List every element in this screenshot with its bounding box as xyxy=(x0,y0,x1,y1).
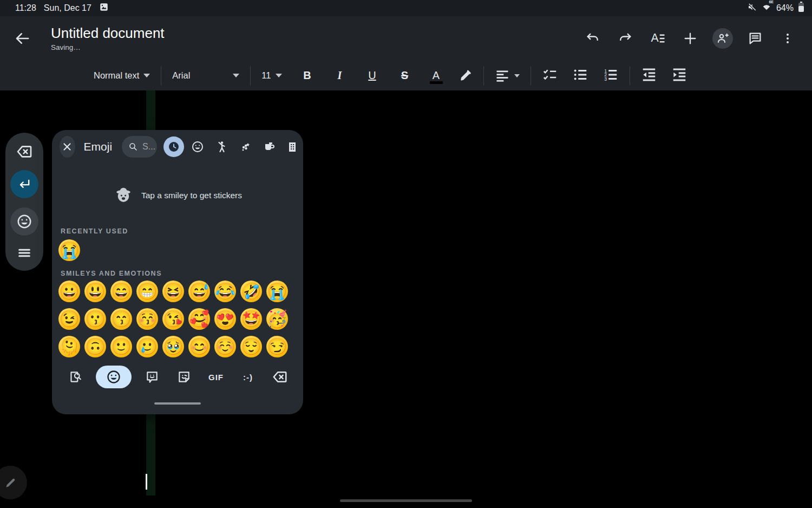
checklist-button[interactable] xyxy=(542,67,558,85)
emoji-search-tab[interactable] xyxy=(64,366,87,388)
numbered-list-button[interactable]: 123 xyxy=(603,67,619,85)
svg-text:A: A xyxy=(651,31,659,44)
indent-button[interactable] xyxy=(671,67,687,85)
format-text-button[interactable]: A xyxy=(647,28,668,49)
font-selector[interactable]: Arial xyxy=(172,70,239,81)
emoji-item[interactable]: 😌 xyxy=(240,336,262,357)
bulleted-list-button[interactable] xyxy=(572,67,588,85)
emoji-item[interactable]: 😂 xyxy=(214,281,236,302)
emoji-item[interactable]: 🥲 xyxy=(136,336,158,357)
emoji-item[interactable]: 😉 xyxy=(58,308,80,330)
emoji-item[interactable]: 😅 xyxy=(188,281,210,302)
toolbar-divider xyxy=(161,66,161,86)
category-people[interactable] xyxy=(211,136,232,157)
emoji-item[interactable]: 🙃 xyxy=(84,336,106,357)
emoji-item[interactable]: 🫠 xyxy=(58,336,80,357)
clock-icon xyxy=(167,140,180,153)
emoji-item[interactable]: 🤣 xyxy=(240,281,262,302)
close-button[interactable] xyxy=(60,136,75,158)
bold-button[interactable]: B xyxy=(298,69,317,82)
emoji-item[interactable]: 😄 xyxy=(110,281,132,302)
emoji-item[interactable]: 🤩 xyxy=(240,308,262,330)
save-status: Saving… xyxy=(51,43,165,51)
emoji-item[interactable]: 😏 xyxy=(266,336,288,357)
building-icon xyxy=(286,140,299,153)
share-add-people-button[interactable] xyxy=(712,28,733,49)
paragraph-style-value: Normal text xyxy=(94,70,139,81)
stickers-tab[interactable] xyxy=(141,366,163,388)
category-places[interactable] xyxy=(283,136,303,157)
paragraph-style-selector[interactable]: Normal text xyxy=(94,70,150,81)
keyboard-bottom-bar: GIF :-) xyxy=(52,362,303,414)
font-size-selector[interactable]: 11 xyxy=(261,70,281,81)
recent-emoji-row: 😭 xyxy=(58,239,303,261)
emoji-item[interactable]: 😆 xyxy=(162,281,184,302)
gif-tab[interactable]: GIF xyxy=(205,366,227,388)
italic-button[interactable]: I xyxy=(331,69,349,82)
status-time: 11:28 xyxy=(15,3,36,13)
battery-icon xyxy=(798,2,804,15)
emoji-item[interactable]: ☺️ xyxy=(214,336,236,357)
emoji-item[interactable]: 🥳 xyxy=(266,308,288,330)
enter-button[interactable] xyxy=(10,170,38,198)
emoji-item[interactable]: 🙂 xyxy=(110,336,132,357)
emoji-panel-header: Emoji S... xyxy=(52,130,303,164)
sticker-hint-row[interactable]: Tap a smiley to get stickers xyxy=(52,185,303,206)
strikethrough-button[interactable]: S xyxy=(396,69,414,82)
emoji-item[interactable]: 😙 xyxy=(110,308,132,330)
underline-button[interactable]: U xyxy=(363,69,382,82)
comments-button[interactable] xyxy=(745,28,765,49)
edit-pencil-fab[interactable] xyxy=(0,466,27,499)
emoji-item[interactable]: 😀 xyxy=(58,281,80,302)
align-button[interactable] xyxy=(495,68,520,83)
sound-muted-icon xyxy=(747,2,757,14)
emoji-item[interactable]: 😁 xyxy=(136,281,158,302)
font-value: Arial xyxy=(172,70,190,81)
emoji-search-input[interactable]: S... xyxy=(122,136,157,158)
outdent-button[interactable] xyxy=(641,67,657,85)
emoji-item[interactable]: 😘 xyxy=(162,308,184,330)
category-food[interactable] xyxy=(259,136,279,157)
wifi-band-label: 6E xyxy=(769,0,774,4)
category-recents[interactable] xyxy=(163,136,184,157)
backspace-key[interactable] xyxy=(269,366,291,388)
app-chrome: 11:28 Sun, Dec 17 6E 64% Untitled docu xyxy=(0,0,812,90)
emoji-item[interactable]: 😍 xyxy=(214,308,236,330)
emoji-item[interactable]: 😭 xyxy=(58,239,80,261)
font-size-value: 11 xyxy=(261,70,271,81)
emoji-item[interactable]: 🥰 xyxy=(188,308,210,330)
redo-button[interactable] xyxy=(615,28,636,49)
toolbar-divider xyxy=(483,66,484,86)
emoji-item[interactable]: 😗 xyxy=(84,308,106,330)
emoji-kitchen-tab[interactable] xyxy=(173,366,195,388)
backspace-button[interactable] xyxy=(16,143,33,160)
person-waving-icon xyxy=(215,140,228,153)
system-navigation-handle[interactable] xyxy=(340,499,472,502)
back-button[interactable] xyxy=(12,28,32,49)
chevron-down-icon xyxy=(233,74,239,77)
keyboard-drag-handle[interactable] xyxy=(154,402,201,405)
emoji-item[interactable]: 🥹 xyxy=(162,336,184,357)
battery-percent: 64% xyxy=(776,3,794,13)
screenshot-notification-icon xyxy=(99,2,109,14)
search-icon xyxy=(128,142,138,152)
category-smileys[interactable] xyxy=(187,136,208,157)
insert-button[interactable] xyxy=(680,28,700,49)
sticker-hint-icon xyxy=(113,185,134,206)
emoji-item[interactable]: 😃 xyxy=(84,281,106,302)
document-title[interactable]: Untitled document xyxy=(51,25,165,41)
emoji-item[interactable]: 😊 xyxy=(188,336,210,357)
emoji-item[interactable]: 😚 xyxy=(136,308,158,330)
emoji-item[interactable]: 😭 xyxy=(266,281,288,302)
text-color-button[interactable]: A xyxy=(427,69,446,82)
emoji-keyboard-button[interactable] xyxy=(10,207,38,236)
app-bar: Untitled document Saving… A xyxy=(0,16,812,61)
chevron-down-icon xyxy=(276,74,282,77)
undo-button[interactable] xyxy=(582,28,603,49)
overflow-menu-button[interactable] xyxy=(777,28,798,49)
menu-button[interactable] xyxy=(17,245,32,260)
highlight-color-button[interactable] xyxy=(459,69,473,83)
category-nature[interactable] xyxy=(235,136,256,157)
emoji-tab[interactable] xyxy=(96,366,132,388)
kaomoji-tab[interactable]: :-) xyxy=(237,366,259,388)
